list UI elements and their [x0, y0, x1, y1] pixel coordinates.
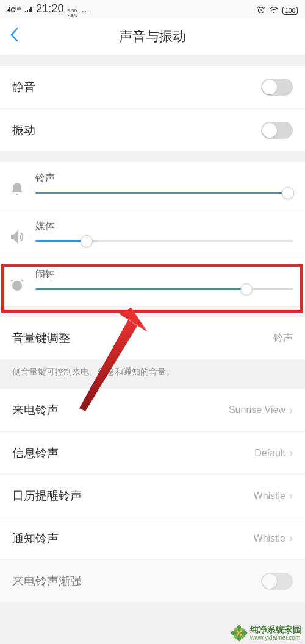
back-button[interactable] — [10, 27, 20, 47]
watermark-name: 纯净系统家园 — [250, 625, 301, 634]
incoming-ringtone-row[interactable]: 来电铃声 Sunrise View › — [0, 389, 305, 431]
speaker-icon — [9, 228, 26, 246]
ringtone-slider-row: 铃声 — [0, 162, 305, 210]
chevron-right-icon: › — [289, 404, 293, 417]
volume-key-help: 侧音量键可控制来电、信息和通知的音量。 — [0, 359, 305, 389]
chevron-right-icon: › — [289, 532, 293, 545]
notification-label: 通知铃声 — [12, 531, 59, 547]
calendar-label: 日历提醒铃声 — [12, 488, 82, 504]
media-label: 媒体 — [35, 220, 293, 233]
signal-bars-icon — [25, 5, 32, 14]
volume-key-value: 铃声 — [273, 332, 293, 345]
svg-point-2 — [12, 281, 22, 291]
chevron-right-icon: › — [289, 447, 293, 459]
svg-point-6 — [231, 631, 238, 635]
alarm-icon — [257, 5, 265, 16]
message-ringtone-row[interactable]: 信息铃声 Default › — [0, 431, 305, 474]
watermark: 纯净系统家园 www.yidaimei.com — [231, 625, 301, 642]
svg-point-7 — [240, 631, 247, 635]
battery-indicator: 100 — [282, 7, 298, 15]
clock-icon — [9, 277, 26, 294]
data-speed: 9.50 KB/s — [67, 9, 77, 18]
ascending-toggle[interactable] — [261, 573, 293, 590]
silent-row: 静音 — [0, 66, 305, 108]
more-icon: … — [81, 4, 90, 14]
media-slider-row: 媒体 — [0, 210, 305, 258]
status-bar: 4Gᴴᴰ 21:20 9.50 KB/s … 100 — [0, 0, 305, 18]
alarm-slider[interactable] — [35, 288, 293, 290]
volume-key-label: 音量键调整 — [12, 330, 70, 346]
calendar-value: Whistle — [254, 490, 285, 501]
network-indicator: 4Gᴴᴰ — [7, 7, 21, 13]
notification-value: Whistle — [254, 533, 285, 544]
wifi-icon — [269, 6, 279, 15]
alarm-slider-row: 闹钟 — [0, 258, 305, 306]
media-slider[interactable] — [35, 240, 293, 242]
ringtone-slider[interactable] — [35, 192, 293, 194]
message-value: Default — [254, 448, 285, 459]
svg-point-1 — [274, 12, 274, 13]
watermark-logo-icon — [231, 625, 248, 642]
ascending-ringtone-row: 来电铃声渐强 — [0, 559, 305, 602]
vibrate-toggle[interactable] — [261, 122, 293, 139]
silent-toggle[interactable] — [261, 79, 293, 96]
alarm-label: 闹钟 — [35, 268, 293, 281]
ringtone-label: 铃声 — [35, 172, 293, 185]
svg-point-5 — [237, 634, 242, 641]
chevron-right-icon: › — [289, 489, 293, 502]
incoming-value: Sunrise View — [229, 405, 285, 416]
clock: 21:20 — [36, 2, 63, 15]
svg-point-4 — [237, 625, 242, 632]
incoming-label: 来电铃声 — [12, 402, 59, 418]
message-label: 信息铃声 — [12, 445, 59, 461]
page-header: 声音与振动 — [0, 18, 305, 55]
ascending-label: 来电铃声渐强 — [12, 573, 82, 589]
volume-key-row[interactable]: 音量键调整 铃声 — [0, 317, 305, 359]
silent-label: 静音 — [12, 79, 35, 95]
watermark-url: www.yidaimei.com — [250, 634, 301, 641]
calendar-ringtone-row[interactable]: 日历提醒铃声 Whistle › — [0, 474, 305, 517]
vibrate-row: 振动 — [0, 108, 305, 151]
notification-ringtone-row[interactable]: 通知铃声 Whistle › — [0, 517, 305, 559]
page-title: 声音与振动 — [119, 27, 186, 46]
vibrate-label: 振动 — [12, 122, 35, 138]
bell-icon — [9, 180, 26, 197]
